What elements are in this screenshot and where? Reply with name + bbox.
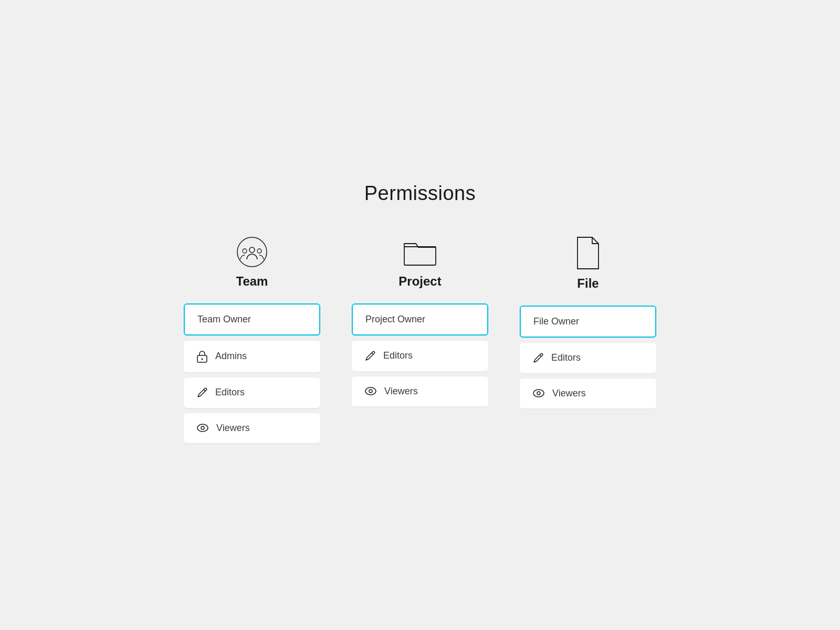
project-viewers-card[interactable]: Viewers [352,376,488,406]
team-editors-label: Editors [215,387,245,398]
project-viewers-label: Viewers [384,386,418,397]
admins-label: Admins [215,351,247,362]
lock-icon [196,350,208,363]
team-owner-card[interactable]: Team Owner [184,303,320,335]
file-owner-label: File Owner [533,316,579,327]
team-editors-card[interactable]: Editors [184,377,320,408]
svg-point-3 [257,249,261,253]
team-viewers-card[interactable]: Viewers [184,413,320,443]
admins-card[interactable]: Admins [184,341,320,372]
eye-icon-3 [532,388,545,398]
file-owner-card[interactable]: File Owner [520,306,656,338]
svg-point-8 [197,424,208,432]
svg-point-14 [533,390,544,397]
file-viewers-label: Viewers [552,388,586,399]
eye-icon [196,423,209,433]
team-viewers-label: Viewers [216,423,250,434]
team-column: Team Team Owner Admins [184,236,320,448]
file-editors-card[interactable]: Editors [520,343,656,373]
file-icon [574,236,602,270]
pen-icon-2 [364,350,376,362]
page-title: Permissions [364,182,476,205]
svg-point-11 [365,387,376,395]
svg-point-0 [237,237,267,267]
file-viewers-card[interactable]: Viewers [520,379,656,408]
svg-point-9 [201,426,204,429]
project-owner-label: Project Owner [365,314,425,325]
project-column-title: Project [398,274,441,289]
eye-icon-2 [364,386,377,396]
pen-icon [196,387,208,398]
svg-line-13 [540,355,541,356]
svg-line-10 [372,353,373,354]
svg-point-5 [202,358,203,360]
svg-line-6 [204,390,205,391]
svg-point-12 [369,390,372,393]
file-column: File File Owner Editors [520,236,656,414]
svg-point-2 [243,249,247,253]
svg-point-15 [537,392,540,395]
project-editors-label: Editors [383,350,413,361]
team-owner-label: Team Owner [197,314,251,325]
file-editors-label: Editors [551,352,581,363]
svg-point-1 [249,247,255,253]
team-icon [236,236,268,268]
project-column: Project Project Owner Editors [352,236,488,412]
project-owner-card[interactable]: Project Owner [352,303,488,335]
permissions-page: Permissions Team Team [0,151,840,480]
pen-icon-3 [532,352,544,364]
folder-icon [402,236,438,268]
project-editors-card[interactable]: Editors [352,341,488,371]
team-column-title: Team [236,274,268,289]
columns-container: Team Team Owner Admins [184,236,656,448]
file-column-title: File [577,276,598,291]
